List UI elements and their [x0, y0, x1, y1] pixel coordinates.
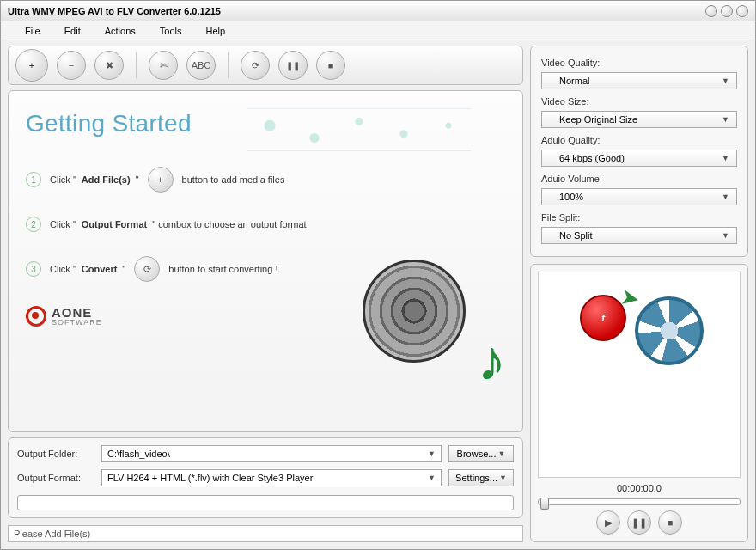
app-window: Ultra WMV MPEG AVI to FLV Converter 6.0.…	[0, 0, 756, 550]
video-quality-label: Video Quality:	[541, 58, 737, 68]
preview-panel: f ➤ 00:00:00.0 ▶ ❚❚ ■	[530, 264, 748, 542]
film-reel-graphic: ♪	[363, 251, 500, 388]
step3-bold: Convert	[82, 264, 118, 274]
left-column: + − ✖ ✄ ABC ⟳ ❚❚ ■ Getting Started 1 Cli…	[8, 46, 523, 542]
step2-text-a: Click "	[50, 219, 76, 229]
menu-edit[interactable]: Edit	[64, 26, 81, 36]
stop-icon: ■	[668, 517, 674, 528]
music-note-icon: ♪	[478, 328, 505, 392]
chevron-down-icon: ▼	[722, 154, 729, 162]
step3-text-d: button to start converting !	[168, 264, 277, 274]
chevron-down-icon: ▼	[428, 474, 436, 482]
video-size-label: Video Size:	[541, 96, 737, 107]
convert-button[interactable]: ⟳	[241, 51, 270, 80]
menu-tools[interactable]: Tools	[160, 26, 182, 36]
quality-settings-panel: Video Quality: Normal▼ Video Size: Keep …	[530, 46, 748, 257]
output-settings-panel: Output Folder: C:\flash_video\ ▼ Browse.…	[8, 437, 523, 518]
toolbar-separator	[136, 52, 137, 78]
brand-text: AONE SOFTWARE	[52, 306, 102, 327]
brand-line2: SOFTWARE	[52, 319, 102, 327]
getting-started-panel: Getting Started 1 Click "Add File(s)" + …	[8, 90, 523, 432]
output-folder-value: C:\flash_video\	[107, 449, 170, 459]
aone-logo-icon	[26, 306, 46, 327]
maximize-button[interactable]	[721, 5, 733, 17]
step-number-1: 1	[26, 172, 41, 187]
play-button[interactable]: ▶	[596, 510, 620, 535]
toolbar: + − ✖ ✄ ABC ⟳ ❚❚ ■	[8, 46, 523, 85]
inline-add-button[interactable]: +	[148, 167, 174, 192]
toolbar-separator	[228, 52, 229, 78]
step1-bold: Add File(s)	[82, 174, 131, 185]
pause-preview-button[interactable]: ❚❚	[627, 510, 651, 535]
pause-icon: ❚❚	[631, 517, 647, 529]
close-button[interactable]	[736, 5, 748, 17]
file-split-select[interactable]: No Split▼	[541, 227, 737, 244]
output-format-value: FLV H264 + HTML (*.flv) with Clear Style…	[107, 473, 313, 483]
pause-icon: ❚❚	[286, 61, 300, 70]
cut-button[interactable]: ✄	[149, 51, 178, 80]
chevron-down-icon: ▼	[722, 115, 729, 124]
add-file-button[interactable]: +	[15, 49, 48, 82]
chevron-down-icon: ▼	[497, 449, 505, 458]
menubar: File Edit Actions Tools Help	[1, 21, 755, 40]
step-number-2: 2	[26, 217, 41, 232]
settings-button[interactable]: Settings...▼	[448, 469, 514, 486]
output-format-row: Output Format: FLV H264 + HTML (*.flv) w…	[17, 469, 514, 486]
video-size-select[interactable]: Keep Original Size▼	[541, 111, 737, 128]
step-2: 2 Click "Output Format" combox to choose…	[26, 217, 505, 232]
chevron-down-icon: ▼	[499, 474, 507, 482]
menu-actions[interactable]: Actions	[105, 26, 136, 36]
window-buttons	[705, 5, 748, 17]
browse-button[interactable]: Browse...▼	[448, 445, 514, 462]
pause-button[interactable]: ❚❚	[278, 51, 308, 80]
preview-image: f ➤	[538, 272, 741, 478]
content-area: + − ✖ ✄ ABC ⟳ ❚❚ ■ Getting Started 1 Cli…	[1, 40, 755, 549]
step3-text-c: "	[122, 264, 125, 274]
stop-button[interactable]: ■	[316, 51, 345, 80]
chevron-down-icon: ▼	[428, 449, 436, 458]
brand-line1: AONE	[52, 306, 102, 319]
convert-icon: ⟳	[252, 60, 259, 71]
time-display: 00:00:00.0	[538, 483, 741, 493]
play-icon: ▶	[605, 517, 612, 529]
remove-file-button[interactable]: −	[57, 51, 86, 80]
plus-icon: +	[157, 174, 162, 185]
stop-preview-button[interactable]: ■	[658, 510, 682, 535]
titlebar: Ultra WMV MPEG AVI to FLV Converter 6.0.…	[1, 1, 755, 21]
stop-icon: ■	[328, 60, 334, 70]
step1-text-a: Click "	[50, 174, 76, 185]
decoration-dots	[247, 108, 471, 151]
inline-convert-button[interactable]: ⟳	[134, 256, 160, 282]
step-1: 1 Click "Add File(s)" + button to add me…	[26, 167, 505, 192]
x-icon: ✖	[106, 60, 113, 71]
minimize-button[interactable]	[705, 5, 717, 17]
output-folder-combo[interactable]: C:\flash_video\ ▼	[101, 445, 442, 462]
audio-volume-select[interactable]: 100%▼	[541, 188, 737, 205]
output-folder-row: Output Folder: C:\flash_video\ ▼ Browse.…	[17, 445, 514, 462]
minus-icon: −	[69, 60, 74, 70]
output-folder-label: Output Folder:	[17, 449, 94, 459]
status-bar: Please Add File(s)	[8, 525, 523, 542]
step2-text-c: " combox to choose an output format	[152, 219, 306, 229]
step1-text-c: "	[136, 174, 139, 185]
plus-icon: +	[29, 60, 34, 70]
playback-buttons: ▶ ❚❚ ■	[538, 510, 741, 535]
menu-file[interactable]: File	[25, 26, 40, 36]
clear-list-button[interactable]: ✖	[94, 51, 124, 80]
scissors-icon: ✄	[160, 60, 168, 71]
audio-quality-select[interactable]: 64 kbps (Good)▼	[541, 150, 737, 167]
chevron-down-icon: ▼	[722, 76, 729, 85]
rename-button[interactable]: ABC	[186, 51, 216, 80]
status-text: Please Add File(s)	[14, 529, 90, 539]
seek-slider[interactable]	[538, 498, 741, 505]
video-quality-select[interactable]: Normal▼	[541, 72, 737, 89]
output-format-combo[interactable]: FLV H264 + HTML (*.flv) with Clear Style…	[101, 469, 442, 486]
right-column: Video Quality: Normal▼ Video Size: Keep …	[530, 46, 748, 542]
convert-icon: ⟳	[143, 264, 151, 275]
reel-disc-icon	[363, 260, 466, 363]
abc-icon: ABC	[192, 60, 211, 70]
output-format-label: Output Format:	[17, 473, 94, 483]
window-title: Ultra WMV MPEG AVI to FLV Converter 6.0.…	[8, 6, 705, 16]
menu-help[interactable]: Help	[205, 26, 225, 36]
arrow-icon: ➤	[619, 283, 643, 313]
